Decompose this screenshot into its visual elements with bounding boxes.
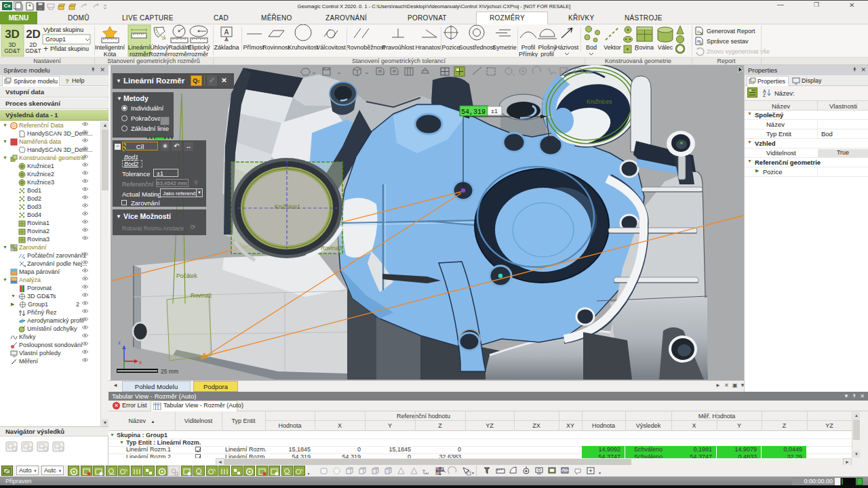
svg-text:A: A xyxy=(224,28,229,36)
svg-text:Pozice: Pozice xyxy=(441,44,460,51)
svg-text:Rovina: Rovina xyxy=(635,44,654,51)
svg-text:Bod: Bod xyxy=(586,44,597,51)
svg-text:Vybrat skupinu: Vybrat skupinu xyxy=(43,26,83,33)
svg-text:rozměr: rozměr xyxy=(130,51,149,57)
svg-text:rozměr: rozměr xyxy=(170,51,189,57)
svg-text:Rovnoběžnost: Rovnoběžnost xyxy=(346,44,385,51)
svg-text:+: + xyxy=(43,44,48,54)
svg-text:2D: 2D xyxy=(26,28,41,41)
svg-text:Vektor: Vektor xyxy=(604,44,621,51)
svg-text:x: x xyxy=(139,359,142,365)
svg-text:Válec: Válec xyxy=(658,44,673,51)
svg-text:Group1: Group1 xyxy=(45,36,66,43)
svg-text:?: ? xyxy=(65,78,69,85)
svg-text:Přímost: Přímost xyxy=(243,44,264,51)
svg-text:Kružnices: Kružnices xyxy=(587,98,612,105)
svg-text:Rovinnost: Rovinnost xyxy=(262,44,290,51)
svg-text:Správce sestav: Správce sestav xyxy=(707,38,749,45)
svg-text:Rovina2: Rovina2 xyxy=(191,292,212,299)
svg-text:25 mm: 25 mm xyxy=(161,368,178,375)
svg-text:Eliptický: Eliptický xyxy=(187,44,210,51)
svg-text:s: s xyxy=(23,256,25,260)
svg-text:±1: ±1 xyxy=(491,108,498,115)
svg-text:GD&T: GD&T xyxy=(25,47,41,54)
svg-text:Kruhovitost: Kruhovitost xyxy=(288,44,319,51)
svg-text:Soustřednost: Soustřednost xyxy=(458,44,495,51)
svg-text:Plošný: Plošný xyxy=(538,44,557,51)
svg-text:Generovat Report: Generovat Report xyxy=(707,28,755,35)
svg-text:Symetrie: Symetrie xyxy=(492,44,517,51)
svg-text:Hranatost: Hranatost xyxy=(415,44,442,51)
svg-text:Lineární: Lineární xyxy=(128,44,151,51)
svg-text:a: a xyxy=(24,264,26,268)
svg-text:Přidat skupinu: Přidat skupinu xyxy=(50,45,89,52)
svg-text:z: z xyxy=(118,340,121,346)
svg-text:Inteligentní: Inteligentní xyxy=(95,44,125,51)
svg-text:Znovu vygenerovat vše: Znovu vygenerovat vše xyxy=(707,48,770,55)
svg-text:Kružnice1: Kružnice1 xyxy=(275,203,300,210)
svg-text:54,319: 54,319 xyxy=(461,108,486,116)
svg-text:Rozměr: Rozměr xyxy=(149,51,170,57)
svg-text:Přímky: Přímky xyxy=(519,51,538,57)
svg-text:Kóta: Kóta xyxy=(104,51,117,57)
svg-text:Rovina3: Rovina3 xyxy=(321,245,342,251)
svg-text:profil: profil xyxy=(540,51,554,57)
svg-text:Počátek: Počátek xyxy=(176,272,197,279)
svg-text:rozměr: rozměr xyxy=(189,51,208,57)
svg-text:Házivost: Házivost xyxy=(555,44,579,51)
svg-text:Válcovitost: Válcovitost xyxy=(316,44,346,51)
svg-text:Z: Z xyxy=(763,93,766,98)
svg-text:Základna: Základna xyxy=(214,44,239,51)
svg-text:Úhlový: Úhlový xyxy=(150,44,169,51)
svg-text:Profil: Profil xyxy=(521,44,536,51)
svg-text:3D: 3D xyxy=(5,28,20,41)
svg-text:GD&T: GD&T xyxy=(4,47,20,54)
svg-text:Pravoúhlost: Pravoúhlost xyxy=(382,44,414,51)
